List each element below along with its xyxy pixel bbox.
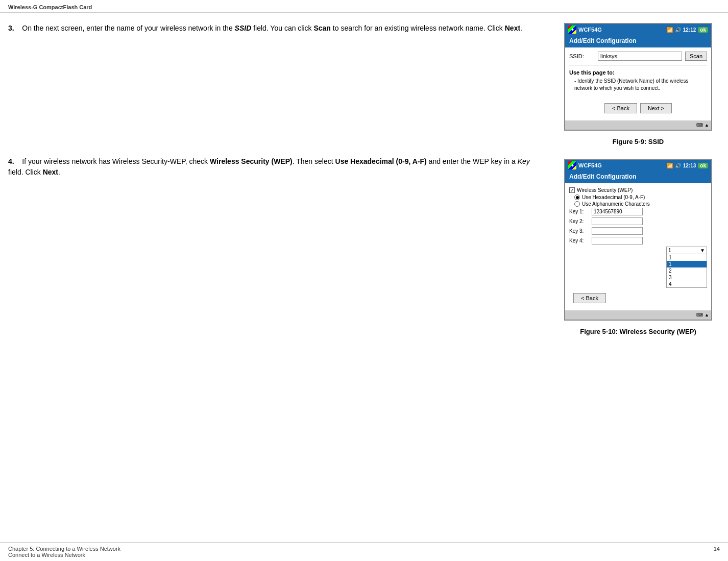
figure9-caption: Figure 5-9: SSID xyxy=(613,138,664,145)
screen1-divider xyxy=(569,65,707,65)
step3-next: Next xyxy=(505,24,520,32)
up-icon: ▲ xyxy=(705,123,709,128)
screen2-key3-input[interactable] xyxy=(592,227,643,235)
screen2-time: 12:13 xyxy=(683,163,696,168)
footer-line1: Chapter 5: Connecting to a Wireless Netw… xyxy=(8,546,120,552)
screen2-key4-input[interactable] xyxy=(592,237,643,245)
screen1-scan-button[interactable]: Scan xyxy=(685,52,707,61)
screen2-alphanum-radio-row: Use Alphanumeric Characters xyxy=(569,201,707,207)
dropdown-item-3[interactable]: 3 xyxy=(667,274,707,281)
screen2-dropdown[interactable]: 1 ▼ 1 1 2 3 4 xyxy=(666,247,707,288)
step3-text-end: . xyxy=(520,24,522,32)
windows-logo-icon2: ✦ xyxy=(568,161,576,169)
page-header: Wireless-G CompactFlash Card xyxy=(0,0,728,13)
volume-icon2: 🔊 xyxy=(675,163,681,168)
screen1-ssid-row: SSID: Scan xyxy=(569,52,707,61)
dropdown-list: 1 1 2 3 4 xyxy=(666,254,707,288)
screen1-info-item: - Identify the SSID (Network Name) of th… xyxy=(569,78,707,92)
step4-text-end: . xyxy=(58,168,60,176)
left-column: 3. On the next screen, enter the name of… xyxy=(8,23,541,344)
screen2-taskbar: ⌨ ▲ xyxy=(565,310,711,320)
screen1-body: SSID: Scan Use this page to: - Identify … xyxy=(565,47,711,120)
up-icon2: ▲ xyxy=(705,312,709,318)
screen2-key2-row: Key 2: xyxy=(569,217,707,225)
screen2-back-button[interactable]: < Back xyxy=(573,293,606,303)
dropdown-arrow-icon: ▼ xyxy=(700,248,705,253)
screen1-page-title: Add/Edit Configuration xyxy=(565,35,711,47)
screen2-key4-label: Key 4: xyxy=(569,238,590,243)
screen2-hex-label: Use Hexadecimal (0-9, A-F) xyxy=(582,194,645,200)
screen1-ssid-input[interactable] xyxy=(598,52,682,61)
screen1-time: 12:12 xyxy=(683,27,696,33)
screen1-nav-bar: < Back Next > xyxy=(569,100,707,116)
footer-page-number: 14 xyxy=(714,546,720,558)
screen1-app-name: WCF54G xyxy=(578,27,602,33)
screen2-dropdown-container: 1 ▼ 1 1 2 3 4 xyxy=(569,247,707,288)
screen2-alphanum-label: Use Alphanumeric Characters xyxy=(582,201,650,207)
screen2-app-name: WCF54G xyxy=(578,162,602,168)
step4-text-mid3: field. Click xyxy=(8,168,43,176)
page-footer: Chapter 5: Connecting to a Wireless Netw… xyxy=(0,542,728,561)
hex-radio[interactable] xyxy=(574,194,580,200)
figure10-caption: Figure 5-10: Wireless Security (WEP) xyxy=(580,328,696,335)
dropdown-item-1[interactable]: 1 xyxy=(667,254,707,261)
screen2-hex-radio-row: Use Hexadecimal (0-9, A-F) xyxy=(569,194,707,200)
step4-next: Next xyxy=(43,168,58,176)
wep-checkbox[interactable]: ✓ xyxy=(569,187,575,193)
dropdown-top[interactable]: 1 ▼ xyxy=(666,247,707,254)
screen2-page-title: Add/Edit Configuration xyxy=(565,171,711,183)
step4-hex: Use Hexadecimal (0-9, A-F) xyxy=(335,157,427,165)
dropdown-item-4[interactable]: 4 xyxy=(667,281,707,287)
screen2-key1-label: Key 1: xyxy=(569,209,590,214)
screen1-taskbar: ⌨ ▲ xyxy=(565,120,711,130)
screen1-back-button[interactable]: < Back xyxy=(604,103,637,113)
step3-ssid: SSID xyxy=(235,24,252,32)
step3-text-mid1: field. You can click xyxy=(251,24,313,32)
step4-text: 4. If your wireless network has Wireless… xyxy=(8,156,531,178)
screen2-wep-checkbox-row: ✓ Wireless Security (WEP) xyxy=(569,187,707,193)
screen2-key1-input[interactable] xyxy=(592,208,643,215)
dropdown-item-1-selected[interactable]: 1 xyxy=(667,261,707,267)
step4-key: Key xyxy=(518,157,530,165)
screen2-titlebar: ✦ WCF54G 📶 🔊 12:13 ok xyxy=(565,160,711,171)
footer-left: Chapter 5: Connecting to a Wireless Netw… xyxy=(8,546,120,558)
screen2-key2-label: Key 2: xyxy=(569,218,590,224)
step3-number: 3. xyxy=(8,24,14,32)
signal-icon2: 📶 xyxy=(667,163,673,168)
screen1-ssid-label: SSID: xyxy=(569,53,595,59)
step4-text-before: If your wireless network has Wireless Se… xyxy=(22,157,210,165)
step3-text: 3. On the next screen, enter the name of… xyxy=(8,23,531,34)
dropdown-item-2[interactable]: 2 xyxy=(667,267,707,274)
screen2-key4-row: Key 4: xyxy=(569,237,707,245)
keyboard-icon: ⌨ xyxy=(696,123,703,128)
windows-logo-icon: ✦ xyxy=(568,26,576,34)
step4-text-mid1: . Then select xyxy=(293,157,335,165)
screen1-next-button[interactable]: Next > xyxy=(640,103,672,113)
screen2-device: ✦ WCF54G 📶 🔊 12:13 ok Add/Edit Configura… xyxy=(564,159,712,321)
screen2-body: ✓ Wireless Security (WEP) Use Hexadecima… xyxy=(565,183,711,310)
ok-badge2[interactable]: ok xyxy=(698,163,708,168)
screen1-titlebar: ✦ WCF54G 📶 🔊 12:12 ok xyxy=(565,24,711,35)
step4-number: 4. xyxy=(8,157,14,165)
step3-scan: Scan xyxy=(313,24,330,32)
ok-badge[interactable]: ok xyxy=(698,27,708,33)
step3-text-before: On the next screen, enter the name of yo… xyxy=(22,24,234,32)
screen2-key3-label: Key 3: xyxy=(569,228,590,234)
volume-icon: 🔊 xyxy=(675,27,681,33)
dropdown-value: 1 xyxy=(668,248,671,253)
step4-text-mid2: and enter the WEP key in a xyxy=(427,157,518,165)
header-title: Wireless-G CompactFlash Card xyxy=(8,4,92,10)
screen2-key2-input[interactable] xyxy=(592,217,643,225)
screen1-device: ✦ WCF54G 📶 🔊 12:12 ok Add/Edit Configura… xyxy=(564,23,712,131)
step4-wep: Wireless Security (WEP) xyxy=(210,157,293,165)
keyboard-icon2: ⌨ xyxy=(696,312,703,318)
screen1-info-title: Use this page to: xyxy=(569,69,707,76)
hex-radio-fill xyxy=(576,196,579,199)
signal-icon: 📶 xyxy=(667,27,673,33)
screen2-key3-row: Key 3: xyxy=(569,227,707,235)
right-column: ✦ WCF54G 📶 🔊 12:12 ok Add/Edit Configura… xyxy=(556,23,720,344)
footer-line2: Connect to a Wireless Network xyxy=(8,552,120,558)
alphanum-radio[interactable] xyxy=(574,201,580,207)
step3-text-mid2: to search for an existing wireless netwo… xyxy=(331,24,505,32)
screen2-wep-label: Wireless Security (WEP) xyxy=(577,187,633,193)
